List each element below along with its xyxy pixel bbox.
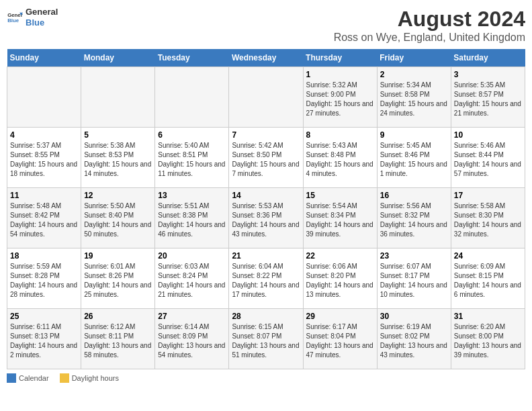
day-info: Sunrise: 6:20 AM Sunset: 8:00 PM Dayligh… bbox=[454, 322, 522, 360]
calendar-table: SundayMondayTuesdayWednesdayThursdayFrid… bbox=[7, 49, 525, 369]
day-cell: 2Sunrise: 5:34 AM Sunset: 8:58 PM Daylig… bbox=[377, 67, 451, 128]
week-row-4: 18Sunrise: 5:59 AM Sunset: 8:28 PM Dayli… bbox=[7, 248, 525, 309]
day-info: Sunrise: 5:37 AM Sunset: 8:55 PM Dayligh… bbox=[10, 141, 78, 179]
day-number: 4 bbox=[10, 130, 78, 140]
day-info: Sunrise: 5:43 AM Sunset: 8:48 PM Dayligh… bbox=[306, 141, 374, 179]
day-number: 20 bbox=[158, 251, 226, 261]
title-area: August 2024 Ross on Wye, England, United… bbox=[334, 7, 525, 44]
day-cell: 11Sunrise: 5:48 AM Sunset: 8:42 PM Dayli… bbox=[7, 188, 81, 248]
day-cell: 31Sunrise: 6:20 AM Sunset: 8:00 PM Dayli… bbox=[451, 309, 525, 369]
day-number: 19 bbox=[84, 251, 152, 261]
day-cell: 8Sunrise: 5:43 AM Sunset: 8:48 PM Daylig… bbox=[303, 128, 377, 188]
day-cell: 30Sunrise: 6:19 AM Sunset: 8:02 PM Dayli… bbox=[377, 309, 451, 369]
day-cell bbox=[81, 67, 155, 128]
day-info: Sunrise: 6:14 AM Sunset: 8:09 PM Dayligh… bbox=[158, 322, 226, 360]
day-number: 23 bbox=[380, 251, 448, 261]
header: General Blue General Blue August 2024 Ro… bbox=[7, 7, 525, 44]
day-cell: 22Sunrise: 6:06 AM Sunset: 8:20 PM Dayli… bbox=[303, 248, 377, 309]
day-cell: 4Sunrise: 5:37 AM Sunset: 8:55 PM Daylig… bbox=[7, 128, 81, 188]
week-row-1: 1Sunrise: 5:32 AM Sunset: 9:00 PM Daylig… bbox=[7, 67, 525, 128]
logo-icon: General Blue bbox=[7, 9, 23, 26]
day-number: 13 bbox=[158, 191, 226, 200]
day-info: Sunrise: 5:45 AM Sunset: 8:46 PM Dayligh… bbox=[380, 141, 448, 179]
day-info: Sunrise: 5:32 AM Sunset: 9:00 PM Dayligh… bbox=[306, 81, 374, 118]
daylight-icon bbox=[60, 373, 69, 383]
day-number: 24 bbox=[454, 251, 522, 261]
day-number: 14 bbox=[232, 191, 300, 200]
col-header-saturday: Saturday bbox=[451, 49, 525, 67]
day-number: 9 bbox=[380, 130, 448, 140]
calendar-label: Calendar bbox=[19, 374, 49, 382]
day-cell: 20Sunrise: 6:03 AM Sunset: 8:24 PM Dayli… bbox=[155, 248, 229, 309]
day-number: 29 bbox=[306, 312, 374, 321]
footer-daylight: Daylight hours bbox=[60, 373, 119, 383]
day-cell: 3Sunrise: 5:35 AM Sunset: 8:57 PM Daylig… bbox=[451, 67, 525, 128]
day-cell bbox=[155, 67, 229, 128]
calendar-body: 1Sunrise: 5:32 AM Sunset: 9:00 PM Daylig… bbox=[7, 67, 525, 369]
day-number: 7 bbox=[232, 130, 300, 140]
footer: Calendar Daylight hours bbox=[7, 373, 525, 383]
day-info: Sunrise: 5:38 AM Sunset: 8:53 PM Dayligh… bbox=[84, 141, 152, 179]
day-cell: 13Sunrise: 5:51 AM Sunset: 8:38 PM Dayli… bbox=[155, 188, 229, 248]
day-number: 25 bbox=[10, 312, 78, 321]
col-header-monday: Monday bbox=[81, 49, 155, 67]
calendar-header-row: SundayMondayTuesdayWednesdayThursdayFrid… bbox=[7, 49, 525, 67]
day-cell: 28Sunrise: 6:15 AM Sunset: 8:07 PM Dayli… bbox=[229, 309, 303, 369]
day-info: Sunrise: 6:12 AM Sunset: 8:11 PM Dayligh… bbox=[84, 322, 152, 360]
logo: General Blue General Blue bbox=[7, 7, 58, 28]
day-info: Sunrise: 5:51 AM Sunset: 8:38 PM Dayligh… bbox=[158, 201, 226, 239]
footer-calendar: Calendar bbox=[7, 373, 49, 383]
day-number: 18 bbox=[10, 251, 78, 261]
daylight-label: Daylight hours bbox=[72, 374, 119, 382]
day-number: 12 bbox=[84, 191, 152, 200]
day-cell: 7Sunrise: 5:42 AM Sunset: 8:50 PM Daylig… bbox=[229, 128, 303, 188]
day-info: Sunrise: 5:50 AM Sunset: 8:40 PM Dayligh… bbox=[84, 201, 152, 239]
col-header-thursday: Thursday bbox=[303, 49, 377, 67]
day-cell: 21Sunrise: 6:04 AM Sunset: 8:22 PM Dayli… bbox=[229, 248, 303, 309]
day-info: Sunrise: 5:54 AM Sunset: 8:34 PM Dayligh… bbox=[306, 201, 374, 239]
day-cell: 12Sunrise: 5:50 AM Sunset: 8:40 PM Dayli… bbox=[81, 188, 155, 248]
day-number: 1 bbox=[306, 70, 374, 79]
day-cell: 23Sunrise: 6:07 AM Sunset: 8:17 PM Dayli… bbox=[377, 248, 451, 309]
col-header-sunday: Sunday bbox=[7, 49, 81, 67]
day-info: Sunrise: 6:15 AM Sunset: 8:07 PM Dayligh… bbox=[232, 322, 300, 360]
week-row-2: 4Sunrise: 5:37 AM Sunset: 8:55 PM Daylig… bbox=[7, 128, 525, 188]
day-info: Sunrise: 5:58 AM Sunset: 8:30 PM Dayligh… bbox=[454, 201, 522, 239]
day-number: 17 bbox=[454, 191, 522, 200]
week-row-3: 11Sunrise: 5:48 AM Sunset: 8:42 PM Dayli… bbox=[7, 188, 525, 248]
week-row-5: 25Sunrise: 6:11 AM Sunset: 8:13 PM Dayli… bbox=[7, 309, 525, 369]
day-info: Sunrise: 5:53 AM Sunset: 8:36 PM Dayligh… bbox=[232, 201, 300, 239]
day-info: Sunrise: 6:06 AM Sunset: 8:20 PM Dayligh… bbox=[306, 262, 374, 300]
calendar-icon bbox=[7, 373, 16, 383]
day-number: 2 bbox=[380, 70, 448, 79]
day-info: Sunrise: 6:09 AM Sunset: 8:15 PM Dayligh… bbox=[454, 262, 522, 300]
day-number: 5 bbox=[84, 130, 152, 140]
day-info: Sunrise: 5:56 AM Sunset: 8:32 PM Dayligh… bbox=[380, 201, 448, 239]
day-cell bbox=[229, 67, 303, 128]
day-info: Sunrise: 6:01 AM Sunset: 8:26 PM Dayligh… bbox=[84, 262, 152, 300]
day-info: Sunrise: 6:11 AM Sunset: 8:13 PM Dayligh… bbox=[10, 322, 78, 360]
day-cell: 16Sunrise: 5:56 AM Sunset: 8:32 PM Dayli… bbox=[377, 188, 451, 248]
day-cell: 19Sunrise: 6:01 AM Sunset: 8:26 PM Dayli… bbox=[81, 248, 155, 309]
main-title: August 2024 bbox=[334, 7, 525, 32]
day-cell: 15Sunrise: 5:54 AM Sunset: 8:34 PM Dayli… bbox=[303, 188, 377, 248]
day-cell: 29Sunrise: 6:17 AM Sunset: 8:04 PM Dayli… bbox=[303, 309, 377, 369]
day-info: Sunrise: 5:42 AM Sunset: 8:50 PM Dayligh… bbox=[232, 141, 300, 179]
col-header-tuesday: Tuesday bbox=[155, 49, 229, 67]
day-number: 30 bbox=[380, 312, 448, 321]
day-info: Sunrise: 6:17 AM Sunset: 8:04 PM Dayligh… bbox=[306, 322, 374, 360]
day-cell: 9Sunrise: 5:45 AM Sunset: 8:46 PM Daylig… bbox=[377, 128, 451, 188]
day-cell: 27Sunrise: 6:14 AM Sunset: 8:09 PM Dayli… bbox=[155, 309, 229, 369]
day-cell: 26Sunrise: 6:12 AM Sunset: 8:11 PM Dayli… bbox=[81, 309, 155, 369]
logo-line1: General bbox=[26, 7, 58, 17]
day-info: Sunrise: 5:35 AM Sunset: 8:57 PM Dayligh… bbox=[454, 81, 522, 118]
day-number: 22 bbox=[306, 251, 374, 261]
day-cell: 25Sunrise: 6:11 AM Sunset: 8:13 PM Dayli… bbox=[7, 309, 81, 369]
day-info: Sunrise: 5:59 AM Sunset: 8:28 PM Dayligh… bbox=[10, 262, 78, 300]
day-cell: 10Sunrise: 5:46 AM Sunset: 8:44 PM Dayli… bbox=[451, 128, 525, 188]
day-info: Sunrise: 6:07 AM Sunset: 8:17 PM Dayligh… bbox=[380, 262, 448, 300]
day-cell: 5Sunrise: 5:38 AM Sunset: 8:53 PM Daylig… bbox=[81, 128, 155, 188]
day-number: 6 bbox=[158, 130, 226, 140]
day-info: Sunrise: 5:40 AM Sunset: 8:51 PM Dayligh… bbox=[158, 141, 226, 179]
day-number: 31 bbox=[454, 312, 522, 321]
